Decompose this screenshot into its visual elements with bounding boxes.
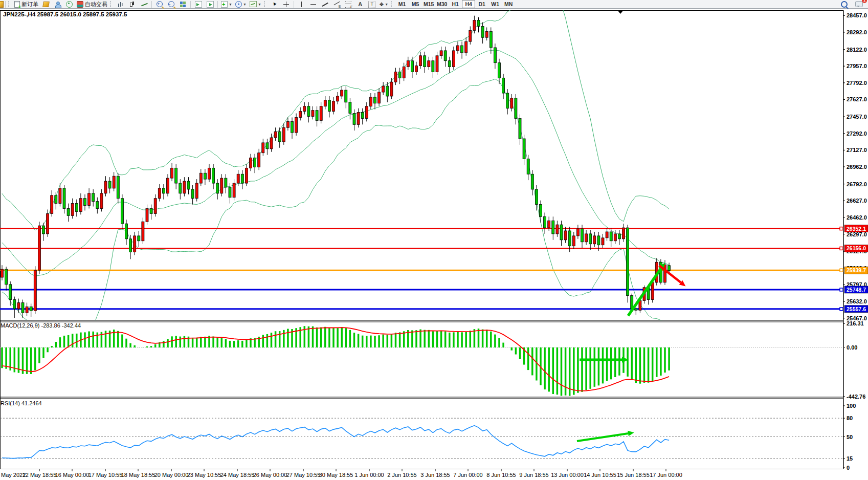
timeframe-h4[interactable]: H4	[462, 0, 475, 8]
svg-text:27127.0: 27127.0	[847, 147, 867, 153]
auto-scroll-button[interactable]	[192, 0, 204, 9]
auto-scroll-icon	[195, 1, 202, 8]
bar-chart-button[interactable]	[115, 0, 126, 9]
timeframe-m1[interactable]: M1	[395, 0, 409, 8]
svg-text:9 Jun 18:55: 9 Jun 18:55	[519, 472, 549, 478]
indicators-icon	[221, 1, 228, 8]
candle	[142, 217, 144, 244]
chart-shift-button[interactable]	[204, 0, 216, 9]
svg-text:25748.7: 25748.7	[847, 287, 866, 293]
svg-text:26462.0: 26462.0	[847, 214, 867, 221]
tile-windows-button[interactable]	[177, 0, 189, 9]
signal-icon	[66, 1, 73, 8]
svg-text:100: 100	[847, 403, 856, 409]
vertical-line-icon	[299, 2, 304, 7]
market-watch-button[interactable]	[40, 0, 52, 9]
auto-trading-label: 自动交易	[85, 1, 107, 8]
arrows-tool[interactable]: ✥▼	[378, 0, 390, 9]
crosshair-button[interactable]	[280, 0, 292, 9]
timeframe-d1[interactable]: D1	[475, 0, 488, 8]
new-order-button[interactable]: + 新订单	[13, 0, 40, 9]
line-chart-button[interactable]	[138, 0, 150, 9]
svg-text:7 Jun 00:00: 7 Jun 00:00	[453, 472, 483, 478]
svg-text:17 May 10:55: 17 May 10:55	[88, 472, 123, 478]
svg-text:2 Jun 10:55: 2 Jun 10:55	[387, 472, 417, 478]
timeframe-w1[interactable]: W1	[488, 0, 502, 8]
auto-trading-button[interactable]: 自动交易	[75, 0, 109, 9]
channel-icon	[333, 2, 340, 7]
time-axis[interactable]: May 202212 May 18:5516 May 00:0017 May 1…	[1, 469, 682, 478]
text-label-tool[interactable]: T	[366, 0, 378, 9]
toolbar-separator	[190, 1, 191, 8]
vertical-line-tool[interactable]	[296, 0, 307, 9]
svg-text:1 Jun 00:00: 1 Jun 00:00	[354, 472, 384, 478]
svg-text:20 May 00:00: 20 May 00:00	[154, 472, 189, 478]
periods-button[interactable]: ▼	[234, 0, 248, 9]
svg-text:26792.0: 26792.0	[847, 181, 867, 187]
toolbar-grip[interactable]	[264, 1, 268, 7]
main-toolbar: + 新订单 自动交易 + - ▼ ▼ ▼ A T ✥▼ M1 M5 M15 M3…	[0, 0, 868, 9]
svg-text:25939.7: 25939.7	[847, 267, 866, 273]
chat-bubble-icon	[855, 1, 863, 7]
candlestick-icon	[129, 2, 135, 7]
cursor-icon	[272, 1, 277, 7]
svg-text:3 Jun 18:55: 3 Jun 18:55	[420, 472, 450, 478]
accounts-button[interactable]	[52, 0, 63, 9]
svg-text:0: 0	[847, 465, 850, 471]
svg-text:25557.6: 25557.6	[847, 306, 866, 312]
search-button[interactable]	[838, 0, 850, 9]
chart-shift-icon	[207, 1, 214, 8]
svg-text:-442.76: -442.76	[847, 394, 865, 400]
svg-text:27292.0: 27292.0	[847, 130, 867, 137]
rsi-axis[interactable]: 1008050150	[843, 403, 856, 471]
candle	[34, 266, 36, 314]
price-tag-25939.7: 25939.7	[844, 267, 868, 274]
channel-tool[interactable]	[331, 0, 343, 9]
candle	[38, 222, 40, 274]
timeframe-m15[interactable]: M15	[422, 0, 435, 8]
indicators-button[interactable]: ▼	[219, 0, 234, 9]
text-label-icon: T	[368, 1, 375, 8]
timeframe-m5[interactable]: M5	[409, 0, 422, 8]
svg-text:26156.0: 26156.0	[847, 245, 866, 251]
market-watch-icon	[42, 2, 50, 7]
account-person-icon	[55, 2, 60, 7]
svg-text:18 May 18:55: 18 May 18:55	[121, 472, 155, 478]
toolbar-grip[interactable]	[391, 1, 394, 7]
zoom-in-button[interactable]: +	[153, 0, 165, 9]
svg-text:26352.1: 26352.1	[847, 226, 866, 232]
timeframe-mn[interactable]: MN	[502, 0, 515, 8]
horizontal-line-tool[interactable]	[307, 0, 319, 9]
timeframe-h1[interactable]: H1	[449, 0, 462, 8]
signals-button[interactable]	[63, 0, 75, 9]
svg-text:50: 50	[847, 434, 853, 440]
text-icon: A	[358, 1, 363, 7]
notifications-button[interactable]: 1	[853, 0, 865, 9]
new-order-icon: +	[14, 1, 20, 8]
cursor-button[interactable]	[269, 0, 280, 9]
templates-button[interactable]: ▼	[248, 0, 263, 9]
tile-windows-icon	[180, 2, 186, 7]
chart-canvas[interactable]: 28457.028292.028122.027957.027792.027627…	[0, 9, 868, 480]
candle-chart-button[interactable]	[126, 0, 138, 9]
svg-text:28457.0: 28457.0	[847, 12, 867, 18]
zoom-out-button[interactable]: -	[165, 0, 177, 9]
fibonacci-tool[interactable]	[343, 0, 354, 9]
crosshair-icon	[283, 2, 289, 7]
svg-text:13 Jun 00:00: 13 Jun 00:00	[551, 472, 584, 478]
timeframe-m30[interactable]: M30	[435, 0, 449, 8]
price-axis[interactable]: 28457.028292.028122.027957.027792.027627…	[843, 10, 868, 469]
macd-axis[interactable]: 216.310.00-442.76	[843, 320, 865, 400]
toolbar-separator	[151, 1, 152, 8]
clipped-chart-icon[interactable]	[0, 1, 4, 8]
arrows-icon: ✥	[380, 2, 384, 7]
toolbar-grip[interactable]	[8, 1, 12, 7]
toolbar-grip[interactable]	[110, 1, 114, 7]
macd-label: MACD(12,26,9) -283.86 -342.44	[1, 322, 81, 329]
svg-text:14 Jun 10:55: 14 Jun 10:55	[584, 472, 616, 478]
rsi-label: RSI(14) 41.2464	[1, 400, 42, 406]
trendline-tool[interactable]	[319, 0, 331, 9]
text-tool[interactable]: A	[354, 0, 366, 9]
svg-text:28292.0: 28292.0	[847, 29, 867, 35]
toolbar-separator	[294, 1, 294, 8]
